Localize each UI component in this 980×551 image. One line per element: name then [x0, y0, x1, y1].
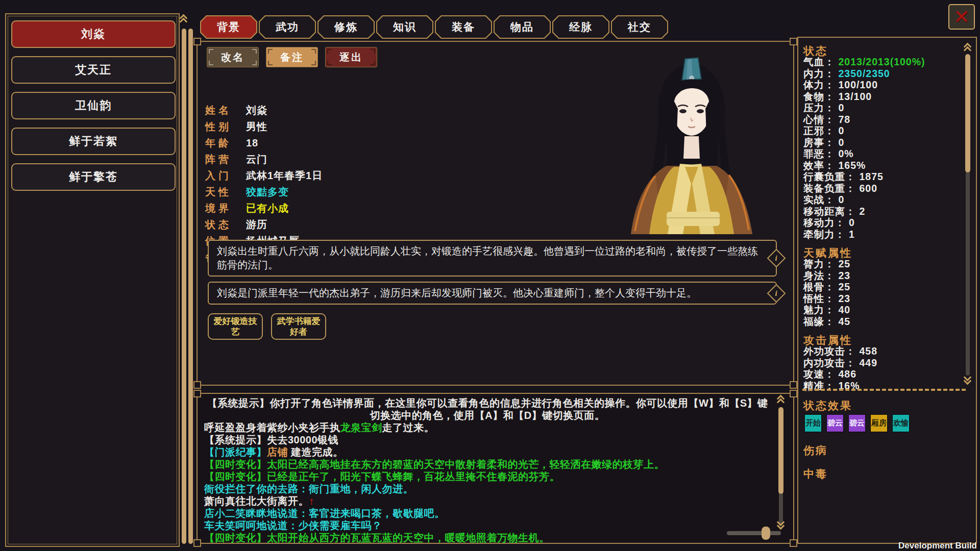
stat-label: 实战： — [803, 194, 835, 205]
tab-label: 物品 — [495, 16, 550, 38]
stat-value: 78 — [839, 114, 851, 125]
message-log-panel: 【系统提示】你打开了角色详情界面，在这里你可以查看角色的信息并进行角色相关的操作… — [197, 393, 794, 544]
stat-value: 165% — [839, 160, 866, 171]
effect-badge-厢房[interactable]: 厢房 — [870, 414, 888, 432]
tab-武功[interactable]: 武功 — [259, 15, 316, 39]
background-description: 刘焱出生时重八斤六两，从小就比同龄人壮实，对锻造的手艺很感兴趣。他曾遇到一位过路… — [217, 245, 758, 270]
main-scrollbar[interactable] — [188, 29, 193, 544]
tab-bar: 背景武功修炼知识装备物品经脉社交 — [200, 15, 668, 39]
corner-ornament — [193, 381, 201, 389]
field-value: 男性 — [246, 120, 267, 134]
log-hslider-thumb[interactable] — [762, 527, 770, 540]
stat-value: 23 — [839, 293, 851, 304]
effect-badge-碧云[interactable]: 碧云 — [826, 414, 844, 432]
tab-修炼[interactable]: 修炼 — [317, 15, 375, 39]
tab-经脉[interactable]: 经脉 — [552, 15, 609, 39]
stat-row: 压力：0 — [803, 102, 961, 114]
log-line: 【四时变化】太阳开始从西方的瓦蓝瓦蓝的天空中，暖暖地照着万物生机。 — [204, 532, 771, 544]
trait-tag[interactable]: 武学书籍爱好者 — [271, 313, 326, 340]
stat-label: 外功攻击： — [803, 345, 856, 357]
section-title: 天赋属性 — [803, 246, 961, 258]
stat-value: 2 — [860, 206, 866, 217]
stat-row: 攻速：486 — [803, 368, 961, 380]
field-label: 姓名 — [205, 104, 242, 117]
stat-label: 装备负重： — [803, 183, 856, 194]
log-segment: 【门派纪事】 — [204, 446, 267, 458]
stat-row: 罪恶：0% — [803, 148, 961, 160]
stat-value: 25 — [839, 258, 851, 269]
roster-item[interactable]: 鲜于擎苍 — [11, 163, 176, 191]
effect-badge-欢愉[interactable]: 欢愉 — [892, 414, 910, 432]
stat-label: 正邪： — [803, 125, 835, 136]
stat-value: 23 — [839, 270, 851, 281]
status-scroll-down-icon[interactable] — [964, 377, 971, 385]
stat-label: 内力： — [803, 68, 835, 79]
note-label: 备注 — [280, 51, 304, 64]
log-hslider-track[interactable] — [727, 531, 781, 535]
stat-value: 25 — [839, 281, 851, 292]
stat-value: 458 — [860, 345, 878, 357]
info-icon[interactable]: i — [767, 284, 786, 303]
stat-label: 根骨： — [803, 281, 835, 292]
stat-value: 1 — [849, 229, 855, 240]
stat-value: 100/100 — [839, 79, 878, 90]
stat-row: 悟性：23 — [803, 293, 961, 305]
profile-field: 状态游历 — [205, 216, 323, 233]
corner-ornament — [193, 539, 201, 547]
tab-知识[interactable]: 知识 — [376, 15, 433, 39]
expel-button[interactable]: 逐出 — [325, 47, 377, 67]
note-button[interactable]: 备注 — [266, 47, 318, 67]
stat-label: 效率： — [803, 160, 835, 171]
tab-物品[interactable]: 物品 — [494, 15, 551, 39]
tab-装备[interactable]: 装备 — [435, 15, 492, 39]
log-line: 衙役拦住了你的去路：衙门重地，闲人勿进。 — [204, 483, 771, 495]
field-label: 入门 — [205, 169, 242, 183]
field-label: 天性 — [205, 185, 242, 199]
effect-badge-开始[interactable]: 开始 — [804, 414, 822, 432]
stat-label: 食物： — [803, 91, 835, 102]
trait-tag[interactable]: 爱好锻造技艺 — [208, 313, 263, 340]
effect-badge-碧云[interactable]: 碧云 — [848, 414, 866, 432]
corner-ornament — [193, 38, 201, 45]
rename-button[interactable]: 改名 — [207, 47, 259, 67]
stat-row: 正邪：0 — [803, 125, 961, 137]
character-panel: 改名 备注 逐出 姓名刘焱性别男性年龄18阵营云门入门武林1年春季1日天性狡黠多… — [197, 41, 794, 386]
profile-field: 性别男性 — [205, 118, 323, 135]
status-scrollbar-thumb[interactable] — [965, 54, 970, 172]
roster-item[interactable]: 艾天正 — [11, 56, 176, 84]
corner-ornament — [790, 390, 797, 397]
stat-row: 房事：0 — [803, 137, 961, 148]
tab-背景[interactable]: 背景 — [200, 15, 257, 39]
field-value: 游历 — [246, 218, 267, 232]
roster-scrollbar[interactable] — [182, 29, 186, 544]
stat-label: 气血： — [803, 56, 835, 67]
poison-title: 中毒 — [803, 467, 961, 479]
corner-ornament — [193, 390, 201, 397]
field-value: 武林1年春季1日 — [246, 169, 323, 183]
roster-scroll-up-icon[interactable] — [180, 17, 187, 26]
field-label: 境界 — [205, 202, 242, 215]
status-scroll-up-icon[interactable] — [964, 46, 971, 54]
roster-item[interactable]: 卫仙韵 — [11, 92, 176, 119]
log-line: 呼延盈盈身着紫纱小夹衫手执龙泉宝剑走了过来。 — [204, 421, 771, 434]
log-line: 店小二笑眯眯地说道：客官进来喝口茶，歇歇腿吧。 — [204, 507, 771, 519]
tab-label: 装备 — [436, 16, 491, 38]
log-scroll-up-icon[interactable] — [777, 398, 784, 406]
info-icon[interactable]: i — [767, 249, 786, 268]
character-portrait — [620, 49, 764, 234]
field-label: 状态 — [205, 218, 242, 232]
stat-row: 根骨：25 — [803, 281, 961, 293]
log-line: 【四时变化】已经是正午了，阳光下蝶飞蜂舞，百花丛里掩不住春泥的芬芳。 — [204, 470, 771, 483]
log-scrollbar-thumb[interactable] — [778, 407, 783, 494]
stat-label: 魅力： — [803, 304, 835, 315]
profile-field: 姓名刘焱 — [205, 102, 323, 118]
status-section: 天赋属性膂力：25身法：23根骨：25悟性：23魅力：40福缘：45 — [803, 246, 961, 327]
roster-item[interactable]: 刘焱 — [11, 20, 176, 48]
stat-value: 13/100 — [839, 91, 872, 102]
stat-row: 魅力：40 — [803, 304, 961, 316]
stat-label: 膂力： — [803, 258, 835, 269]
close-button[interactable]: ✕ — [948, 4, 975, 30]
field-value: 狡黠多变 — [246, 185, 289, 199]
roster-item[interactable]: 鲜于若絮 — [11, 128, 176, 155]
tab-社交[interactable]: 社交 — [611, 15, 668, 39]
